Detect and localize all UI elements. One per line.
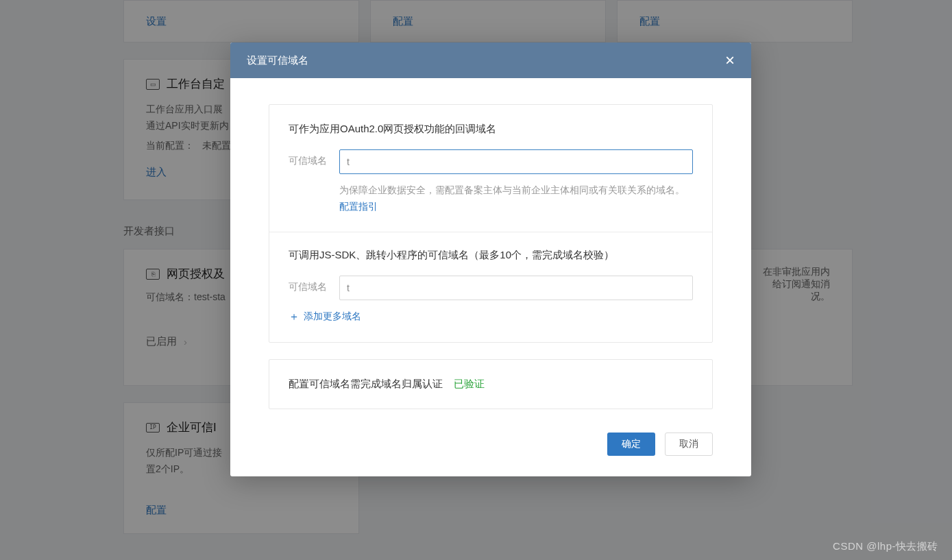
modal-footer: 确定 取消 bbox=[269, 433, 713, 456]
modal-title: 设置可信域名 bbox=[247, 54, 308, 67]
verify-panel: 配置可信域名需完成域名归属认证 已验证 bbox=[269, 359, 713, 409]
verify-row: 配置可信域名需完成域名归属认证 已验证 bbox=[289, 378, 693, 391]
jssdk-field-row: 可信域名 bbox=[289, 276, 693, 300]
oauth-panel-title: 可作为应用OAuth2.0网页授权功能的回调域名 bbox=[289, 123, 693, 136]
watermark: CSDN @lhp-快去搬砖 bbox=[833, 540, 938, 553]
config-guide-link[interactable]: 配置指引 bbox=[339, 201, 378, 212]
oauth-hint: 为保障企业数据安全，需配置备案主体与当前企业主体相同或有关联关系的域名。 配置指… bbox=[339, 182, 693, 215]
verified-status: 已验证 bbox=[454, 378, 485, 391]
jssdk-field-label: 可信域名 bbox=[289, 276, 339, 293]
ok-button[interactable]: 确定 bbox=[607, 433, 655, 456]
add-more-domains-button[interactable]: ＋ 添加更多域名 bbox=[289, 310, 693, 324]
jssdk-domain-input[interactable] bbox=[339, 276, 693, 300]
oauth-field-label: 可信域名 bbox=[289, 149, 339, 167]
cancel-button[interactable]: 取消 bbox=[665, 433, 713, 456]
oauth-domain-input[interactable] bbox=[339, 149, 693, 174]
modal-header: 设置可信域名 × bbox=[230, 42, 751, 78]
plus-icon: ＋ bbox=[289, 310, 300, 324]
trusted-domain-modal: 设置可信域名 × 可作为应用OAuth2.0网页授权功能的回调域名 可信域名 为… bbox=[230, 42, 751, 476]
verify-text: 配置可信域名需完成域名归属认证 bbox=[289, 378, 443, 391]
oauth-panel: 可作为应用OAuth2.0网页授权功能的回调域名 可信域名 为保障企业数据安全，… bbox=[269, 104, 713, 343]
oauth-field-row: 可信域名 bbox=[289, 149, 693, 174]
jssdk-panel-title: 可调用JS-SDK、跳转小程序的可信域名（最多10个，需完成域名校验） bbox=[289, 249, 693, 262]
panel-divider bbox=[269, 232, 712, 232]
modal-body: 可作为应用OAuth2.0网页授权功能的回调域名 可信域名 为保障企业数据安全，… bbox=[230, 78, 751, 476]
close-icon[interactable]: × bbox=[725, 52, 735, 69]
